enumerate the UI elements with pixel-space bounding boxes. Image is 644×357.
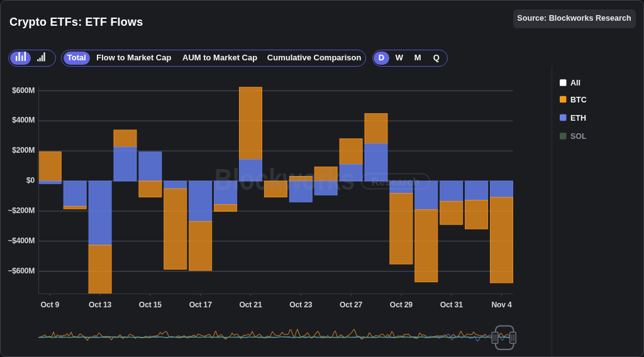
svg-text:−$200M: −$200M (8, 206, 35, 215)
svg-text:BTC: BTC (570, 96, 587, 104)
svg-text:Oct 13: Oct 13 (89, 300, 111, 309)
svg-text:Oct 27: Oct 27 (340, 300, 362, 309)
svg-text:Oct 23: Oct 23 (289, 300, 312, 309)
svg-text:$400M: $400M (12, 116, 35, 124)
svg-text:Research: Research (371, 176, 419, 188)
svg-text:Oct 21: Oct 21 (239, 300, 262, 309)
svg-text:$600M: $600M (12, 86, 35, 95)
svg-text:−$600M: −$600M (8, 266, 35, 275)
svg-text:Oct 15: Oct 15 (139, 300, 162, 309)
svg-text:Oct 29: Oct 29 (390, 300, 413, 309)
svg-text:Oct 9: Oct 9 (41, 300, 60, 309)
svg-text:Oct 31: Oct 31 (440, 300, 463, 309)
svg-text:Nov 4: Nov 4 (491, 300, 512, 309)
svg-text:SOL: SOL (570, 132, 587, 141)
svg-text:Oct 17: Oct 17 (189, 300, 212, 309)
svg-text:Blockworks: Blockworks (214, 163, 355, 196)
svg-text:$200M: $200M (12, 146, 35, 155)
svg-text:$0: $0 (26, 176, 35, 185)
svg-text:ETH: ETH (570, 114, 586, 123)
svg-text:−$400M: −$400M (8, 236, 35, 245)
svg-text:All: All (570, 79, 580, 87)
